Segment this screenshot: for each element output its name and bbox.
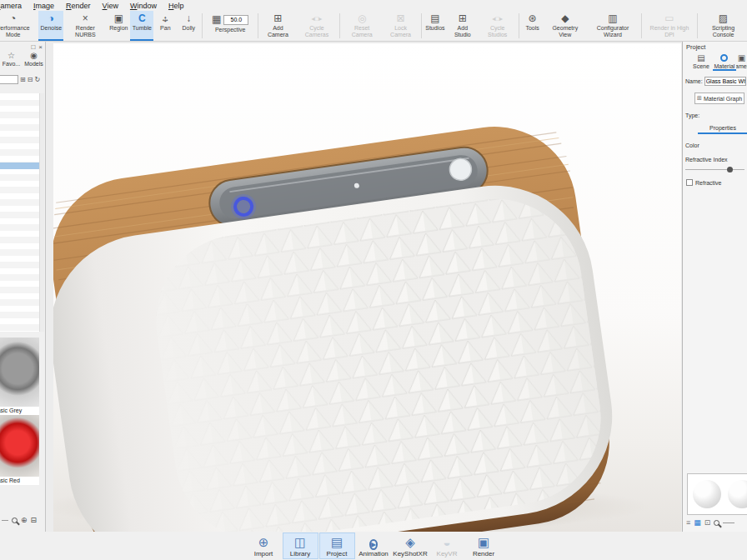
refractive-index-slider[interactable]: [685, 167, 744, 172]
project-tab-scene[interactable]: ▤ Scene: [689, 52, 713, 71]
denoise-icon: ◑: [48, 12, 54, 25]
material-thumb-grey[interactable]: [0, 338, 39, 407]
pan-arrows-icon: ↔↕: [160, 12, 171, 25]
material-preview-sphere[interactable]: [693, 480, 721, 508]
studios-icon: ▤: [430, 12, 439, 25]
refresh-icon[interactable]: ↻: [34, 76, 40, 83]
material-name-input[interactable]: [704, 77, 746, 86]
menu-camera[interactable]: Camera: [0, 2, 28, 10]
library-tab-models[interactable]: ◉ Models: [23, 51, 45, 67]
library-panel: □ × ☆ Favo... ◉ Models ⊞ ⊟ ↻ Basic Grey …: [0, 42, 46, 532]
library-tab-favorites[interactable]: ☆ Favo...: [0, 51, 23, 67]
library-search-input[interactable]: [0, 75, 18, 84]
toolbar-separator: [421, 13, 422, 38]
material-type-label: Type:: [685, 112, 747, 118]
menu-render[interactable]: Render: [60, 2, 97, 10]
magnifier-icon[interactable]: [12, 518, 18, 523]
toolbar-separator: [519, 13, 519, 38]
menu-view[interactable]: View: [97, 2, 124, 10]
checkbox-box[interactable]: [686, 179, 693, 186]
menu-bar: Camera Image Render View Window Help: [0, 0, 747, 11]
viewport-3d-scene: [53, 43, 681, 532]
star-icon: ☆: [8, 51, 15, 61]
project-tab-material[interactable]: Material: [713, 52, 736, 71]
color-label: Color: [685, 142, 747, 148]
grid-view-icon[interactable]: ▦: [694, 518, 701, 527]
configurator-wizard-button[interactable]: ▥ Configurator Wizard: [586, 11, 639, 41]
tools-button[interactable]: ⊛ Tools: [521, 11, 544, 41]
render-button[interactable]: ▣ Render: [466, 532, 502, 559]
dolly-arrow-icon: ↓: [186, 12, 191, 25]
menu-help[interactable]: Help: [163, 2, 190, 10]
material-thumb-red[interactable]: [0, 415, 39, 477]
material-preview-strip[interactable]: [687, 473, 747, 515]
slider-knob[interactable]: [727, 167, 733, 172]
wizard-window-icon: ▥: [608, 12, 617, 25]
open-folder-icon[interactable]: ⊟: [31, 516, 38, 524]
refractive-checkbox[interactable]: Refractive: [686, 179, 747, 186]
cycle-cameras-button: ◂□▸ Cycle Cameras: [296, 11, 338, 41]
tumble-rotate-icon: C: [138, 12, 146, 25]
material-preview-sphere[interactable]: [728, 480, 747, 508]
cycle-cameras-icon: ◂□▸: [312, 12, 323, 25]
selected-tree-row[interactable]: [0, 162, 39, 169]
dolly-button[interactable]: ↓ Dolly: [177, 11, 200, 41]
menu-image[interactable]: Image: [28, 2, 60, 10]
render-nurbs-button[interactable]: × Render NURBS: [63, 11, 107, 41]
scripting-console-button[interactable]: ▨ Scripting Console: [699, 11, 747, 41]
import-button[interactable]: ⊕ Import: [246, 532, 282, 559]
region-button[interactable]: ▣ Region: [107, 11, 130, 41]
tree-scrollbar[interactable]: [39, 93, 44, 332]
project-tab-camera[interactable]: ▣ Camera: [736, 52, 747, 71]
library-folder-tree[interactable]: [0, 93, 39, 332]
realtime-viewport[interactable]: [53, 43, 681, 532]
play-circle-icon: ▶: [369, 535, 378, 550]
properties-tab[interactable]: Properties: [698, 125, 747, 134]
pan-button[interactable]: ↔↕ Pan: [153, 11, 177, 41]
tumble-button[interactable]: C Tumble: [130, 11, 153, 41]
preview-zoom-icon[interactable]: [714, 520, 719, 526]
document-lines-icon: ▤: [331, 535, 343, 550]
lock-icon: ⊠: [397, 12, 405, 25]
material-thumb-label: Basic Red: [0, 477, 39, 485]
geometry-view-button[interactable]: ◆ Geometry View: [544, 11, 586, 41]
project-panel-title: Project: [683, 42, 747, 51]
perspective-button[interactable]: ▦ Perspective: [204, 11, 256, 41]
toolbar-separator: [258, 13, 258, 38]
project-toggle-button[interactable]: ▤ Project: [319, 532, 355, 559]
close-panel-icon[interactable]: ×: [38, 43, 43, 51]
float-panel-icon[interactable]: □: [31, 43, 35, 51]
lock-camera-button: ⊠ Lock Camera: [382, 11, 419, 41]
denoise-button[interactable]: ◑ Denoise: [38, 11, 63, 41]
refractive-index-label: Refractive Index: [685, 157, 747, 162]
import-folder-icon[interactable]: ⊞: [20, 76, 26, 83]
render-camera-icon: ▣: [478, 535, 489, 550]
animation-button[interactable]: ▶ Animation: [356, 532, 392, 559]
download-material-icon[interactable]: ⊕: [21, 516, 28, 524]
add-studio-button[interactable]: ⊞ Add Studio: [447, 11, 479, 41]
menu-window[interactable]: Window: [124, 2, 163, 10]
performance-mode-button[interactable]: ◔ Performance Mode: [0, 11, 38, 41]
keyvr-button: ◒ KeyVR: [429, 532, 465, 559]
export-folder-icon[interactable]: ⊟: [28, 76, 33, 83]
library-toggle-button[interactable]: ◫ Library: [283, 532, 318, 559]
detail-view-icon[interactable]: ⊡: [704, 518, 711, 527]
reset-camera-button: ◎ Reset Camera: [342, 11, 382, 41]
studios-button[interactable]: ▤ Studios: [424, 11, 447, 41]
keyshotxr-button[interactable]: ◈ KeyShotXR: [393, 532, 429, 559]
vr-headset-icon: ◒: [443, 535, 450, 550]
camera-plus-icon: ⊞: [273, 12, 282, 25]
xr-cube-icon: ◈: [405, 535, 415, 550]
material-graph-button[interactable]: ⊞ Material Graph: [694, 92, 744, 104]
scene-tree-icon: ▤: [697, 52, 704, 63]
models-icon: ◉: [30, 51, 38, 61]
import-icon: ⊕: [258, 535, 269, 550]
perspective-value-input[interactable]: [223, 15, 248, 25]
add-camera-button[interactable]: ⊞ Add Camera: [260, 11, 296, 41]
list-view-icon[interactable]: ≡: [686, 518, 690, 527]
thumb-size-slider[interactable]: [2, 520, 8, 521]
open-book-icon: ◫: [294, 535, 306, 550]
preview-zoom-slider[interactable]: [723, 522, 734, 523]
toolbar-separator: [697, 13, 698, 38]
toolbar-separator: [339, 13, 340, 38]
